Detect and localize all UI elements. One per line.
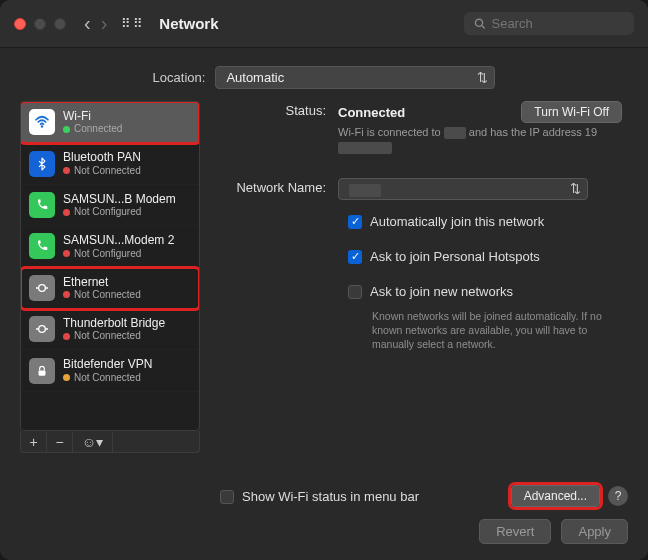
redacted-network-name [349,184,381,197]
sidebar-item-label: Wi-Fi [63,109,122,123]
footer-row-2: Revert Apply [0,511,648,560]
ethernet-icon [29,275,55,301]
sidebar-item-bluetooth-pan[interactable]: Bluetooth PAN Not Connected [21,143,199,184]
show-menu-bar-checkbox[interactable]: Show Wi-Fi status in menu bar [220,489,419,504]
status-dot-icon [63,250,70,257]
redacted-ssid [444,127,466,139]
checkbox-off-icon [220,490,234,504]
status-dot-icon [63,291,70,298]
titlebar: ‹ › ⠿⠿ Network [0,0,648,48]
svg-point-4 [39,326,46,333]
svg-rect-5 [39,370,46,375]
sidebar-item-modem-1[interactable]: SAMSUN...B Modem Not Configured [21,185,199,226]
preferences-window: ‹ › ⠿⠿ Network Location: Automatic ⇅ [0,0,648,560]
status-dot-icon [63,167,70,174]
sidebar-item-label: SAMSUN...B Modem [63,192,176,206]
minimize-window-icon[interactable] [34,18,46,30]
status-row: Status: Connected Turn Wi-Fi Off Wi-Fi i… [218,101,622,156]
svg-line-1 [482,26,485,29]
sidebar-item-label: Thunderbolt Bridge [63,316,165,330]
updown-icon: ⇅ [477,70,488,85]
ask-new-networks-checkbox[interactable]: Ask to join new networks [348,284,622,299]
content-area: Wi-Fi Connected Bluetooth PAN Not Connec… [0,101,648,475]
search-field[interactable] [464,12,634,35]
window-traffic-lights [14,18,66,30]
show-all-icon[interactable]: ⠿⠿ [121,16,145,31]
window-title: Network [159,15,464,32]
location-select[interactable]: Automatic ⇅ [215,66,495,89]
svg-point-3 [39,284,46,291]
ethernet-icon [29,316,55,342]
location-value: Automatic [226,70,284,85]
sidebar-item-vpn[interactable]: Bitdefender VPN Not Connected [21,350,199,391]
sidebar-item-wifi[interactable]: Wi-Fi Connected [21,102,199,143]
checkbox-on-icon: ✓ [348,215,362,229]
phone-icon [29,192,55,218]
sidebar-item-label: Bitdefender VPN [63,357,152,371]
auto-join-checkbox[interactable]: ✓ Automatically join this network [348,214,622,229]
location-row: Location: Automatic ⇅ [0,48,648,101]
close-window-icon[interactable] [14,18,26,30]
footer-row-1: Show Wi-Fi status in menu bar Advanced..… [0,475,648,511]
nav-buttons: ‹ › [84,12,107,35]
interfaces-sidebar: Wi-Fi Connected Bluetooth PAN Not Connec… [20,101,200,431]
turn-wifi-off-button[interactable]: Turn Wi-Fi Off [521,101,622,123]
status-dot-icon [63,374,70,381]
search-input[interactable] [491,16,624,31]
network-name-row: Network Name: ⇅ [218,178,622,200]
svg-point-0 [475,19,482,26]
apply-button[interactable]: Apply [561,519,628,544]
checkbox-on-icon: ✓ [348,250,362,264]
sidebar-item-thunderbolt[interactable]: Thunderbolt Bridge Not Connected [21,309,199,350]
add-interface-button[interactable]: + [21,432,47,452]
status-dot-icon [63,209,70,216]
updown-icon: ⇅ [570,181,581,196]
detail-panel: Status: Connected Turn Wi-Fi Off Wi-Fi i… [218,101,628,465]
sidebar-actions: + − ☺︎▾ [20,431,200,453]
revert-button[interactable]: Revert [479,519,551,544]
location-label: Location: [153,70,206,85]
bluetooth-icon [29,151,55,177]
status-value: Connected [338,105,405,120]
wifi-icon [29,109,55,135]
status-label: Status: [218,101,338,156]
lock-icon [29,358,55,384]
forward-icon[interactable]: › [101,12,108,35]
sidebar-container: Wi-Fi Connected Bluetooth PAN Not Connec… [20,101,200,465]
ask-new-networks-label: Ask to join new networks [370,284,513,299]
ask-new-networks-hint: Known networks will be joined automatica… [372,309,622,352]
ask-hotspots-label: Ask to join Personal Hotspots [370,249,540,264]
help-button[interactable]: ? [608,486,628,506]
phone-icon [29,233,55,259]
checkbox-off-icon [348,285,362,299]
status-dot-icon [63,126,70,133]
svg-point-2 [41,125,43,127]
more-actions-button[interactable]: ☺︎▾ [73,432,113,452]
sidebar-item-ethernet[interactable]: Ethernet Not Connected [21,268,199,309]
status-dot-icon [63,333,70,340]
advanced-button[interactable]: Advanced... [511,485,600,507]
back-icon[interactable]: ‹ [84,12,91,35]
auto-join-label: Automatically join this network [370,214,544,229]
remove-interface-button[interactable]: − [47,432,73,452]
network-name-label: Network Name: [218,178,338,200]
redacted-ip [338,142,392,154]
sidebar-item-label: Bluetooth PAN [63,150,141,164]
sidebar-item-label: SAMSUN...Modem 2 [63,233,174,247]
search-icon [474,17,485,30]
ask-hotspots-checkbox[interactable]: ✓ Ask to join Personal Hotspots [348,249,622,264]
sidebar-item-modem-2[interactable]: SAMSUN...Modem 2 Not Configured [21,226,199,267]
show-menu-bar-label: Show Wi-Fi status in menu bar [242,489,419,504]
status-description: Wi-Fi is connected to and has the IP add… [338,125,622,156]
sidebar-item-label: Ethernet [63,275,141,289]
zoom-window-icon[interactable] [54,18,66,30]
network-name-select[interactable]: ⇅ [338,178,588,200]
